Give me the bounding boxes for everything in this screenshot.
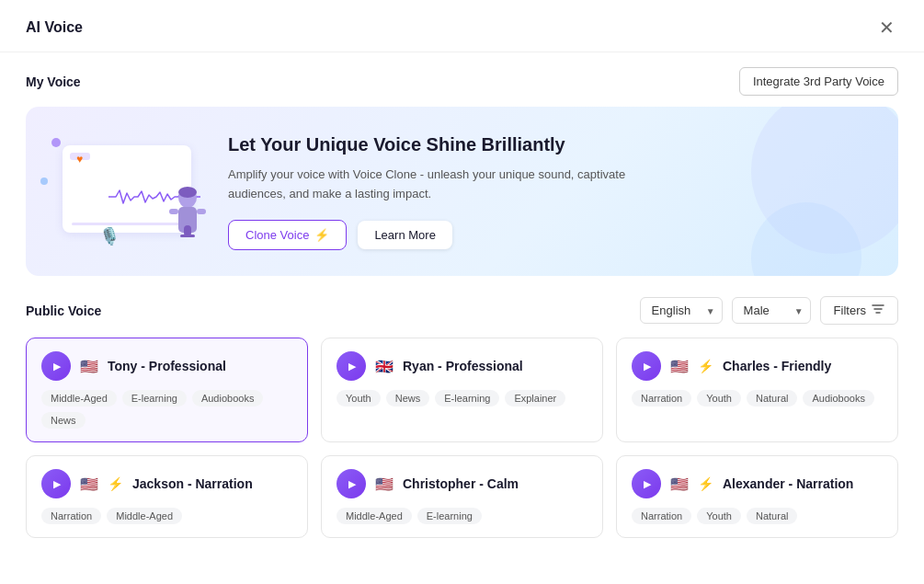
banner-title: Let Your Unique Voice Shine Brilliantly <box>228 132 873 156</box>
voice-clone-banner: 🎙️ ♥ Let Your Unique Voice Shine Brillia… <box>26 107 898 276</box>
tag: News <box>386 390 430 407</box>
integrate-voice-button[interactable]: Integrate 3rd Party Voice <box>739 67 898 96</box>
tags-christopher: Middle-AgedE-learning <box>337 508 587 524</box>
filter-controls: English Spanish French German Chinese ▼ … <box>640 296 898 325</box>
tag: Natural <box>747 508 797 524</box>
play-icon: ▶ <box>348 478 356 490</box>
tag: Natural <box>747 390 797 407</box>
clone-voice-button[interactable]: Clone Voice ⚡ <box>228 220 347 250</box>
banner-actions: Clone Voice ⚡ Learn More <box>228 220 873 250</box>
tag: Audiobooks <box>192 390 264 407</box>
tags-charles: NarrationYouthNaturalAudiobooks <box>632 390 883 407</box>
play-icon: ▶ <box>644 478 651 490</box>
play-button-charles[interactable]: ▶ <box>632 351 661 381</box>
svg-rect-4 <box>197 209 206 214</box>
deco-dot-2 <box>40 177 48 185</box>
public-voice-header: Public Voice English Spanish French Germ… <box>0 292 924 338</box>
voice-name-alexander: Alexander - Narration <box>723 476 853 491</box>
voice-card-christopher[interactable]: ▶🇺🇸Christopher - CalmMiddle-AgedE-learni… <box>321 455 603 538</box>
svg-rect-6 <box>180 235 195 237</box>
tag: Narration <box>632 390 691 407</box>
filters-button[interactable]: Filters <box>820 296 898 325</box>
modal-title: AI Voice <box>26 19 83 36</box>
tag: News <box>41 412 86 429</box>
flag-ryan: 🇬🇧 <box>375 358 394 375</box>
voice-name-tony: Tony - Professional <box>108 359 226 373</box>
tag: E-learning <box>122 390 187 407</box>
voice-card-alexander[interactable]: ▶🇺🇸⚡Alexander - NarrationNarrationYouthN… <box>616 455 898 538</box>
flag-alexander: 🇺🇸 <box>670 475 689 493</box>
close-button[interactable]: ✕ <box>875 17 898 39</box>
tag: Youth <box>697 508 741 524</box>
tag: Middle-Aged <box>337 508 412 524</box>
illus-mic-icon: 🎙️ <box>99 226 120 246</box>
voice-grid: ▶🇺🇸Tony - ProfessionalMiddle-AgedE-learn… <box>0 338 924 556</box>
voice-name-christopher: Christopher - Calm <box>403 476 519 491</box>
voice-card-header: ▶🇺🇸⚡Charles - Friendly <box>632 351 883 381</box>
public-voice-label: Public Voice <box>26 303 101 318</box>
voice-card-header: ▶🇺🇸Tony - Professional <box>41 351 292 381</box>
play-icon: ▶ <box>348 361 356 372</box>
banner-illustration: 🎙️ ♥ <box>26 127 228 256</box>
tags-alexander: NarrationYouthNatural <box>632 508 883 524</box>
tag: Narration <box>632 508 691 524</box>
voice-card-jackson[interactable]: ▶🇺🇸⚡Jackson - NarrationNarrationMiddle-A… <box>26 455 308 538</box>
play-button-ryan[interactable]: ▶ <box>337 351 366 381</box>
voice-card-charles[interactable]: ▶🇺🇸⚡Charles - FriendlyNarrationYouthNatu… <box>616 338 898 442</box>
clone-voice-label: Clone Voice <box>245 228 309 242</box>
voice-card-header: ▶🇺🇸⚡Alexander - Narration <box>632 469 883 498</box>
language-dropdown[interactable]: English Spanish French German Chinese <box>640 297 723 324</box>
learn-more-button[interactable]: Learn More <box>358 221 451 249</box>
my-voice-label: My Voice <box>26 74 81 89</box>
play-icon: ▶ <box>53 361 61 372</box>
banner-content: Let Your Unique Voice Shine Brilliantly … <box>228 132 873 251</box>
illus-heart-icon: ♥ <box>76 153 83 166</box>
play-button-jackson[interactable]: ▶ <box>41 469 71 498</box>
voice-card-tony[interactable]: ▶🇺🇸Tony - ProfessionalMiddle-AgedE-learn… <box>26 338 308 442</box>
play-icon: ▶ <box>644 361 651 372</box>
illus-character <box>165 185 210 251</box>
tag: Youth <box>337 390 381 407</box>
tag: E-learning <box>435 390 499 407</box>
tag: Narration <box>41 508 101 524</box>
premium-icon-alexander: ⚡ <box>698 476 713 491</box>
premium-icon-charles: ⚡ <box>698 359 713 373</box>
tag: Explainer <box>505 390 565 407</box>
language-dropdown-wrap: English Spanish French German Chinese ▼ <box>640 297 723 324</box>
play-button-tony[interactable]: ▶ <box>41 351 71 381</box>
my-voice-row: My Voice Integrate 3rd Party Voice <box>0 52 924 107</box>
flag-charles: 🇺🇸 <box>670 358 689 375</box>
tag: Middle-Aged <box>41 390 117 407</box>
voice-card-header: ▶🇬🇧Ryan - Professional <box>337 351 587 381</box>
svg-rect-3 <box>169 209 178 214</box>
gender-dropdown-wrap: Male Female All ▼ <box>732 297 811 324</box>
tags-tony: Middle-AgedE-learningAudiobooksNews <box>41 390 292 429</box>
filters-label: Filters <box>834 303 866 317</box>
tags-ryan: YouthNewsE-learningExplainer <box>337 390 587 407</box>
tag: E-learning <box>417 508 482 524</box>
filter-icon <box>872 303 884 318</box>
flag-tony: 🇺🇸 <box>80 358 98 375</box>
premium-icon-jackson: ⚡ <box>108 476 123 491</box>
banner-description: Amplify your voice with Voice Clone - un… <box>228 166 669 204</box>
voice-card-header: ▶🇺🇸⚡Jackson - Narration <box>41 469 292 498</box>
play-button-christopher[interactable]: ▶ <box>337 469 366 498</box>
flag-christopher: 🇺🇸 <box>375 475 394 493</box>
svg-point-1 <box>178 187 197 198</box>
play-icon: ▶ <box>53 478 61 490</box>
flag-jackson: 🇺🇸 <box>80 475 98 493</box>
clone-voice-icon: ⚡ <box>314 228 329 242</box>
voice-name-ryan: Ryan - Professional <box>403 359 523 373</box>
play-button-alexander[interactable]: ▶ <box>632 469 661 498</box>
voice-name-jackson: Jackson - Narration <box>132 476 253 491</box>
voice-card-ryan[interactable]: ▶🇬🇧Ryan - ProfessionalYouthNewsE-learnin… <box>321 338 603 442</box>
tag: Middle-Aged <box>107 508 182 524</box>
deco-dot-1 <box>51 138 61 147</box>
gender-dropdown[interactable]: Male Female All <box>732 297 811 324</box>
tag: Youth <box>697 390 741 407</box>
voice-card-header: ▶🇺🇸Christopher - Calm <box>337 469 587 498</box>
tag: Audiobooks <box>803 390 874 407</box>
modal-header: AI Voice ✕ <box>0 0 924 52</box>
voice-name-charles: Charles - Friendly <box>723 359 831 373</box>
tags-jackson: NarrationMiddle-Aged <box>41 508 292 524</box>
